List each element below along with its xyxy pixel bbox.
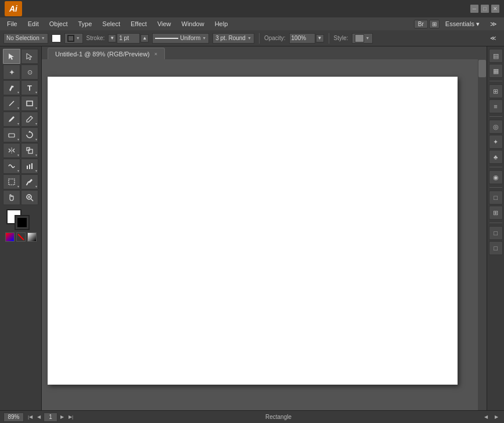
menu-effect[interactable]: Effect xyxy=(126,19,152,28)
artboard-tool[interactable]: ▾ xyxy=(3,174,20,189)
svg-line-1 xyxy=(9,101,14,106)
tool-row-5: ▾ ▾ xyxy=(1,112,40,127)
direct-selection-tool[interactable] xyxy=(21,49,38,64)
line-tool[interactable]: ▾ xyxy=(3,96,20,111)
panel-graphic-styles[interactable]: ✦ xyxy=(489,135,503,149)
panel-toggle[interactable]: ≫ xyxy=(485,19,502,29)
fill-stroke-indicator xyxy=(6,209,35,230)
tool-row-9: ▾ ▾ xyxy=(1,174,40,189)
rotate-tool[interactable]: ▾ xyxy=(21,127,38,142)
panel-appearance[interactable]: ◎ xyxy=(489,120,503,134)
menu-view[interactable]: View xyxy=(153,19,176,28)
vertical-scrollbar[interactable] xyxy=(478,59,487,410)
panel-align[interactable]: ≡ xyxy=(489,99,503,113)
close-button[interactable]: ✕ xyxy=(491,5,499,13)
panel-sep-5 xyxy=(489,223,502,223)
pencil-tool[interactable]: ▾ xyxy=(21,112,38,127)
panel-color[interactable]: ⊞ xyxy=(489,206,503,220)
status-left-arrow[interactable]: ◀ xyxy=(482,413,490,421)
essentials-dropdown[interactable]: Essentials ▾ xyxy=(441,19,484,29)
pen-tool[interactable]: ▾ xyxy=(3,80,20,95)
status-right-arrow[interactable]: ▶ xyxy=(492,413,501,421)
panel-symbols[interactable]: ♣ xyxy=(489,150,503,164)
style-arrow: ▼ xyxy=(366,36,370,40)
eraser-tool[interactable]: ▾ xyxy=(3,127,20,142)
paintbrush-tool[interactable]: ▾ xyxy=(3,112,20,127)
svg-rect-2 xyxy=(27,101,33,106)
page-first-button[interactable]: |◀ xyxy=(26,413,34,421)
stroke-box[interactable] xyxy=(15,215,30,230)
menu-select[interactable]: Select xyxy=(98,19,125,28)
artboard-name: Rectangle xyxy=(77,414,480,420)
stroke-width-input[interactable] xyxy=(117,33,140,44)
bridge-button[interactable]: Br xyxy=(414,20,428,28)
menu-help[interactable]: Help xyxy=(210,19,233,28)
stroke-color-arrow: ▼ xyxy=(76,36,80,40)
stroke-label: Stroke: xyxy=(87,35,105,41)
eyedropper-tool[interactable]: ▾ xyxy=(21,174,38,189)
lasso-tool[interactable]: ⊙ xyxy=(21,64,38,80)
zoom-tool[interactable] xyxy=(21,190,38,205)
menu-window[interactable]: Window xyxy=(177,19,209,28)
scale-tool[interactable]: ▾ xyxy=(21,143,38,158)
stroke-up[interactable]: ▲ xyxy=(141,34,149,42)
stroke-down[interactable]: ▼ xyxy=(108,34,116,42)
selection-tool[interactable] xyxy=(3,49,20,64)
fill-color-swatch[interactable] xyxy=(52,34,61,42)
minimize-button[interactable]: ─ xyxy=(470,5,478,13)
panel-stroke[interactable]: □ xyxy=(489,226,503,240)
menu-file[interactable]: File xyxy=(2,19,22,28)
panel-sep-4 xyxy=(489,187,502,188)
page-next-button[interactable]: ▶ xyxy=(58,413,66,421)
vscroll-thumb[interactable] xyxy=(478,60,486,77)
restore-button[interactable]: □ xyxy=(481,5,489,13)
none-indicator[interactable] xyxy=(16,232,26,242)
menu-type[interactable]: Type xyxy=(74,19,97,28)
rect-tool[interactable]: ▾ xyxy=(21,96,38,111)
stroke-style-label: Uniform xyxy=(180,35,200,41)
reflect-tool[interactable]: ▾ xyxy=(3,143,20,158)
page-prev-button[interactable]: ◀ xyxy=(35,413,43,421)
graph-tool[interactable]: ▾ xyxy=(21,159,38,174)
workspace-button[interactable]: ⊞ xyxy=(429,20,440,28)
gradient-indicator[interactable] xyxy=(27,232,37,242)
style-label: Style: xyxy=(334,35,348,41)
panel-artboards[interactable]: ▦ xyxy=(489,64,503,78)
tab-label: Untitled-1 @ 89% (RGB/Preview) xyxy=(55,51,150,58)
tab-close-button[interactable]: × xyxy=(154,51,157,57)
panel-opacity[interactable]: □ xyxy=(489,241,503,255)
svg-rect-9 xyxy=(29,164,30,169)
panel-layers[interactable]: ▤ xyxy=(489,49,503,63)
stroke-cap-dropdown[interactable]: 3 pt. Round ▼ xyxy=(213,33,254,44)
opacity-input[interactable] xyxy=(289,33,315,44)
options-collapse[interactable]: ≪ xyxy=(485,34,501,42)
zoom-input[interactable] xyxy=(3,413,24,422)
color-indicator[interactable] xyxy=(5,232,15,242)
tool-row-1 xyxy=(1,49,40,64)
stroke-color-dropdown[interactable]: ▼ xyxy=(64,33,83,44)
stroke-style-dropdown[interactable]: Uniform ▼ xyxy=(152,33,209,44)
panel-transform[interactable]: ⊞ xyxy=(489,84,503,98)
page-input[interactable] xyxy=(44,413,57,422)
warp-tool[interactable]: ▾ xyxy=(3,159,20,174)
document-tab[interactable]: Untitled-1 @ 89% (RGB/Preview) × xyxy=(48,48,165,59)
menu-edit[interactable]: Edit xyxy=(23,19,44,28)
opacity-arrow[interactable]: ▼ xyxy=(316,34,324,42)
tool-row-10 xyxy=(1,190,40,205)
hand-tool[interactable] xyxy=(3,190,20,205)
selection-dropdown[interactable]: No Selection ▼ xyxy=(3,33,48,44)
menu-object[interactable]: Object xyxy=(45,19,73,28)
page-last-button[interactable]: ▶| xyxy=(67,413,75,421)
separator-1 xyxy=(259,33,260,44)
style-dropdown[interactable]: ▼ xyxy=(352,33,373,44)
panel-brushes[interactable]: ◉ xyxy=(489,170,503,184)
status-right: ◀ ▶ xyxy=(482,413,501,421)
magic-wand-tool[interactable]: ✦ xyxy=(3,64,20,80)
svg-rect-7 xyxy=(28,149,33,153)
stroke-cap-label: 3 pt. Round xyxy=(215,35,246,41)
type-tool[interactable]: T ▾ xyxy=(21,80,38,95)
title-bar-left: Ai xyxy=(5,1,22,16)
canvas-area: Untitled-1 @ 89% (RGB/Preview) × xyxy=(42,46,487,410)
panel-swatches[interactable]: □ xyxy=(489,191,503,205)
artboard xyxy=(48,77,458,385)
